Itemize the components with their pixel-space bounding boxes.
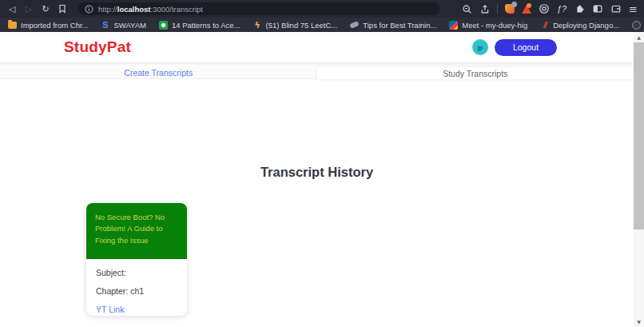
- bookmark-item[interactable]: Meet - my-duey-hig: [449, 21, 527, 30]
- url-text: http://localhost:3000/transcript: [98, 5, 203, 14]
- yt-link[interactable]: YT Link: [96, 305, 177, 314]
- bookmark-item[interactable]: // Deploying Django...: [540, 21, 619, 30]
- bookmark-item[interactable]: 14 Patterns to Ace...: [159, 21, 241, 30]
- transcript-subject: Subject:: [96, 268, 177, 277]
- extensions-puzzle-icon[interactable]: [574, 2, 585, 15]
- transcript-chapter: Chapter: ch1: [96, 286, 177, 296]
- url-bar[interactable]: http://localhost:3000/transcript: [78, 2, 439, 15]
- green-badge-icon: [159, 21, 168, 30]
- bookmark-item[interactable]: AM Telecom Co.,Ltd.: [632, 21, 644, 30]
- tab-create-transcripts[interactable]: Create Transcripts: [0, 67, 317, 79]
- bookmarks-bar: Imported from Chr... S SWAYAM 14 Pattern…: [0, 18, 644, 32]
- scroll-up-icon[interactable]: ▲: [634, 32, 644, 42]
- share-icon[interactable]: [479, 2, 490, 15]
- bookmark-item[interactable]: Tips for Best Trainin...: [350, 21, 436, 30]
- app-logo[interactable]: StudyPat: [64, 38, 131, 56]
- transcript-card-body: Subject: Chapter: ch1 YT Link: [86, 259, 187, 323]
- gray-site-icon: [350, 21, 359, 30]
- logout-button[interactable]: Logout: [495, 39, 557, 56]
- google-meet-icon: [449, 21, 458, 30]
- scrollbar-thumb[interactable]: [634, 42, 644, 229]
- user-avatar[interactable]: jp: [472, 39, 488, 55]
- extension-alert-icon[interactable]: [522, 2, 531, 15]
- transcript-title: No Secure Boot? No Problem! A Guide to F…: [95, 212, 178, 246]
- page-title: Transcript History: [0, 165, 634, 180]
- bookmark-label: Imported from Chr...: [21, 21, 88, 30]
- app-header: StudyPat jp Logout: [0, 32, 634, 62]
- bookmark-item[interactable]: ϟ (51) Blind 75 LeetC...: [253, 21, 338, 30]
- forward-icon[interactable]: ▷: [22, 2, 36, 16]
- wallet-icon[interactable]: [610, 2, 622, 15]
- scroll-down-icon[interactable]: ▼: [634, 317, 644, 327]
- page-content: StudyPat jp Logout Create Transcripts St…: [0, 32, 644, 327]
- favorites-icon[interactable]: [55, 2, 70, 16]
- bookmark-item[interactable]: Imported from Chr...: [8, 21, 88, 30]
- bookmark-label: (51) Blind 75 LeetC...: [266, 21, 338, 30]
- tab-bar: Create Transcripts Study Transcripts: [0, 67, 634, 79]
- bookmark-label: Deploying Django...: [553, 21, 619, 30]
- target-icon[interactable]: [539, 2, 550, 15]
- split-screen-icon[interactable]: [592, 2, 603, 15]
- globe-icon: [632, 21, 641, 30]
- browser-window: ◁ ▷ ↻ http://localhost:3000/transcript: [0, 0, 644, 327]
- math-solver-icon[interactable]: ƒ?: [557, 2, 566, 15]
- transcript-card[interactable]: No Secure Boot? No Problem! A Guide to F…: [86, 203, 187, 316]
- vertical-scrollbar[interactable]: ▲ ▼: [634, 32, 644, 327]
- extension-badge-icon[interactable]: [505, 2, 515, 15]
- browser-toolbar: ◁ ▷ ↻ http://localhost:3000/transcript: [0, 0, 644, 18]
- bookmark-label: Tips for Best Trainin...: [363, 21, 436, 30]
- swayam-logo-icon: S: [101, 21, 109, 30]
- folder-icon: [8, 21, 17, 30]
- bookmark-label: 14 Patterns to Ace...: [172, 21, 241, 30]
- bookmark-item[interactable]: S SWAYAM: [101, 21, 145, 30]
- refresh-icon[interactable]: ↻: [38, 2, 53, 16]
- zoom-icon[interactable]: [462, 2, 472, 15]
- menu-icon[interactable]: ≡: [629, 2, 638, 15]
- django-icon: //: [540, 21, 549, 30]
- toolbar-divider: [497, 4, 498, 14]
- leetcode-icon: ϟ: [253, 21, 262, 30]
- bookmark-label: SWAYAM: [113, 21, 145, 30]
- bookmark-label: Meet - my-duey-hig: [462, 21, 527, 30]
- site-info-icon[interactable]: [85, 5, 93, 14]
- tab-study-transcripts[interactable]: Study Transcripts: [317, 67, 634, 79]
- transcript-card-header: No Secure Boot? No Problem! A Guide to F…: [86, 203, 187, 259]
- back-icon[interactable]: ◁: [5, 2, 19, 16]
